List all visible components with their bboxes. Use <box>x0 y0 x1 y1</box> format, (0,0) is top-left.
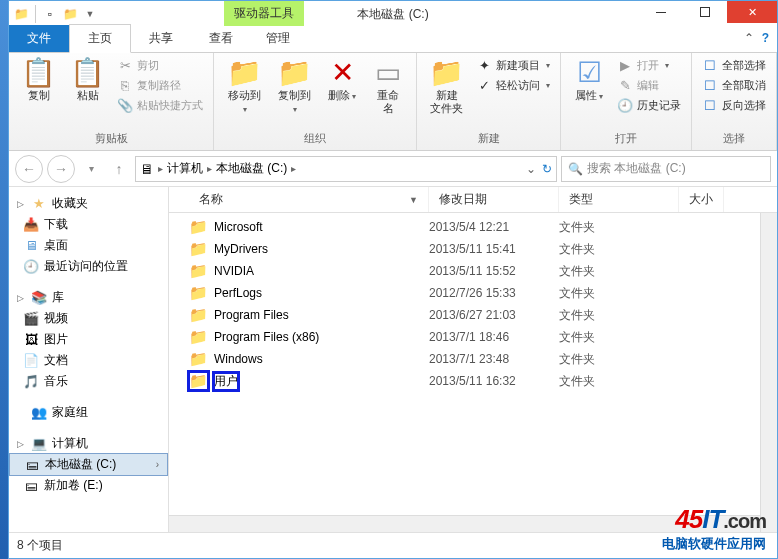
address-dropdown-icon[interactable]: ⌄ <box>526 162 536 176</box>
sidebar-recent[interactable]: 🕘最近访问的位置 <box>9 256 168 277</box>
item-count: 8 个项目 <box>17 537 63 554</box>
file-type: 文件夹 <box>559 219 679 236</box>
copy-button[interactable]: 📋复制 <box>17 57 60 104</box>
group-label-select: 选择 <box>700 129 768 148</box>
file-row[interactable]: 📁PerfLogs2012/7/26 15:33文件夹 <box>169 282 777 304</box>
file-row[interactable]: 📁Microsoft2013/5/4 12:21文件夹 <box>169 216 777 238</box>
forward-button[interactable]: → <box>47 155 75 183</box>
tab-home[interactable]: 主页 <box>69 24 131 53</box>
sidebar-drive-e[interactable]: 🖴新加卷 (E:) <box>9 475 168 496</box>
newfolder-button[interactable]: 📁新建 文件夹 <box>425 57 468 117</box>
sidebar-drive-c[interactable]: 🖴本地磁盘 (C:)› <box>9 453 168 476</box>
delete-button[interactable]: ✕删除▾ <box>322 57 362 104</box>
tab-manage[interactable]: 管理 <box>248 25 308 52</box>
rename-button[interactable]: ▭重命名 <box>368 57 408 117</box>
folder-icon: 📁 <box>189 350 208 368</box>
search-placeholder: 搜索 本地磁盘 (C:) <box>587 160 686 177</box>
qat-newfolder-icon[interactable]: 📁 <box>62 6 78 22</box>
file-date: 2013/6/27 21:03 <box>429 308 559 322</box>
file-row[interactable]: 📁Windows2013/7/1 23:48文件夹 <box>169 348 777 370</box>
copyto-button[interactable]: 📁复制到▾ <box>272 57 316 117</box>
refresh-icon[interactable]: ↻ <box>542 162 552 176</box>
file-name: Windows <box>214 352 263 366</box>
group-label-new: 新建 <box>425 129 552 148</box>
tab-file[interactable]: 文件 <box>9 25 69 52</box>
watermark: 45IT.com 电脑软硬件应用网 <box>662 504 766 553</box>
file-date: 2013/5/4 12:21 <box>429 220 559 234</box>
sidebar-computer[interactable]: ▷💻计算机 <box>9 433 168 454</box>
sidebar-pictures[interactable]: 🖼图片 <box>9 329 168 350</box>
paste-button[interactable]: 📋粘贴 <box>66 57 109 104</box>
sidebar-downloads[interactable]: 📥下载 <box>9 214 168 235</box>
ribbon-body: 📋复制 📋粘贴 ✂剪切 ⎘复制路径 📎粘贴快捷方式 剪贴板 📁移动到▾ 📁复制到… <box>9 53 777 151</box>
moveto-button[interactable]: 📁移动到▾ <box>222 57 266 117</box>
copypath-button[interactable]: ⎘复制路径 <box>115 77 205 94</box>
vertical-scrollbar[interactable] <box>760 213 777 532</box>
sidebar-videos[interactable]: 🎬视频 <box>9 308 168 329</box>
qat-dropdown-icon[interactable]: ▼ <box>82 6 98 22</box>
file-date: 2013/5/11 15:52 <box>429 264 559 278</box>
sidebar-desktop[interactable]: 🖥桌面 <box>9 235 168 256</box>
ribbon-group-select: ☐全部选择 ☐全部取消 ☐反向选择 选择 <box>692 53 777 150</box>
col-name[interactable]: 名称 <box>169 187 429 212</box>
sidebar-documents[interactable]: 📄文档 <box>9 350 168 371</box>
file-date: 2013/5/11 15:41 <box>429 242 559 256</box>
group-label-clipboard: 剪贴板 <box>17 129 205 148</box>
sidebar-favorites[interactable]: ▷★收藏夹 <box>9 193 168 214</box>
help-icon[interactable]: ? <box>762 31 769 45</box>
search-box[interactable]: 🔍 搜索 本地磁盘 (C:) <box>561 156 771 182</box>
sidebar-homegroup[interactable]: 👥家庭组 <box>9 402 168 423</box>
file-row[interactable]: 📁用户2013/5/11 16:32文件夹 <box>169 370 777 392</box>
file-row[interactable]: 📁Program Files (x86)2013/7/1 18:46文件夹 <box>169 326 777 348</box>
back-button[interactable]: ← <box>15 155 43 183</box>
window-title: 本地磁盘 (C:) <box>357 6 428 23</box>
col-date[interactable]: 修改日期 <box>429 187 559 212</box>
address-bar[interactable]: 🖥 ▸ 计算机 ▸ 本地磁盘 (C:) ▸ ⌄ ↻ <box>135 156 557 182</box>
cut-button[interactable]: ✂剪切 <box>115 57 205 74</box>
minimize-button[interactable] <box>639 1 683 23</box>
history-button[interactable]: 🕘历史记录 <box>615 97 683 114</box>
newitem-button[interactable]: ✦新建项目▾ <box>474 57 552 74</box>
folder-icon: 📁 <box>189 218 208 236</box>
breadcrumb-computer[interactable]: 计算机 <box>167 160 203 177</box>
navigation-pane: ▷★收藏夹 📥下载 🖥桌面 🕘最近访问的位置 ▷📚库 🎬视频 🖼图片 📄文档 🎵… <box>9 187 169 532</box>
col-type[interactable]: 类型 <box>559 187 679 212</box>
file-type: 文件夹 <box>559 351 679 368</box>
ribbon-tabs: 文件 主页 共享 查看 管理 ⌃ ? <box>9 27 777 53</box>
tab-view[interactable]: 查看 <box>191 25 251 52</box>
ribbon-group-organize: 📁移动到▾ 📁复制到▾ ✕删除▾ ▭重命名 组织 <box>214 53 417 150</box>
collapse-ribbon-icon[interactable]: ⌃ <box>744 31 754 45</box>
file-row[interactable]: 📁MyDrivers2013/5/11 15:41文件夹 <box>169 238 777 260</box>
file-type: 文件夹 <box>559 285 679 302</box>
file-row[interactable]: 📁NVIDIA2013/5/11 15:52文件夹 <box>169 260 777 282</box>
edit-button[interactable]: ✎编辑 <box>615 77 683 94</box>
folder-icon: 📁 <box>189 372 208 390</box>
recent-dropdown[interactable]: ▾ <box>79 157 103 181</box>
ribbon-group-open: ☑属性▾ ▶打开▾ ✎编辑 🕘历史记录 打开 <box>561 53 692 150</box>
selectnone-button[interactable]: ☐全部取消 <box>700 77 768 94</box>
open-button[interactable]: ▶打开▾ <box>615 57 683 74</box>
col-size[interactable]: 大小 <box>679 187 724 212</box>
quick-access-toolbar: 📁 ▫ 📁 ▼ <box>9 5 98 23</box>
group-label-open: 打开 <box>569 129 683 148</box>
sidebar-libraries[interactable]: ▷📚库 <box>9 287 168 308</box>
pasteshortcut-button[interactable]: 📎粘贴快捷方式 <box>115 97 205 114</box>
file-name: MyDrivers <box>214 242 268 256</box>
up-button[interactable]: ↑ <box>107 157 131 181</box>
easyaccess-button[interactable]: ✓轻松访问▾ <box>474 77 552 94</box>
file-list-pane: 名称 修改日期 类型 大小 📁Microsoft2013/5/4 12:21文件… <box>169 187 777 532</box>
properties-button[interactable]: ☑属性▾ <box>569 57 609 104</box>
folder-icon: 📁 <box>189 284 208 302</box>
maximize-button[interactable] <box>683 1 727 23</box>
explorer-window: 📁 ▫ 📁 ▼ 驱动器工具 本地磁盘 (C:) ✕ 文件 主页 共享 查看 管理… <box>8 0 778 559</box>
close-button[interactable]: ✕ <box>727 1 777 23</box>
breadcrumb-drive[interactable]: 本地磁盘 (C:) <box>216 160 287 177</box>
ribbon-group-new: 📁新建 文件夹 ✦新建项目▾ ✓轻松访问▾ 新建 <box>417 53 561 150</box>
tab-share[interactable]: 共享 <box>131 25 191 52</box>
qat-properties-icon[interactable]: ▫ <box>42 6 58 22</box>
selectinvert-button[interactable]: ☐反向选择 <box>700 97 768 114</box>
file-row[interactable]: 📁Program Files2013/6/27 21:03文件夹 <box>169 304 777 326</box>
sidebar-music[interactable]: 🎵音乐 <box>9 371 168 392</box>
selectall-button[interactable]: ☐全部选择 <box>700 57 768 74</box>
desktop-left-strip <box>0 0 8 559</box>
